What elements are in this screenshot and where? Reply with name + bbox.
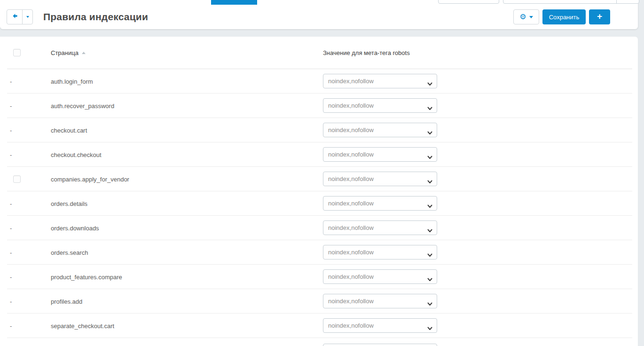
back-button-group [7,9,33,24]
row-marker: - [7,322,12,330]
sort-asc-icon [82,52,86,54]
page-header: Правила индексации ⚙ Сохранить + [0,5,638,29]
chevron-down-icon [427,79,432,88]
table-row: - checkout.checkout noindex,nofollow [7,142,632,167]
robots-select[interactable]: noindex,nofollow [323,147,437,162]
header-bar: Правила индексации ⚙ Сохранить + [0,0,638,29]
row-marker-cell: - [7,77,51,86]
row-marker: - [7,127,12,134]
save-button[interactable]: Сохранить [542,9,586,24]
robots-select-value: noindex,nofollow [328,151,374,158]
navbar-field-remnant[interactable] [438,0,499,4]
column-header-page-label: Страница [51,49,79,56]
page-dispatch: auth.login_form [51,78,93,85]
robots-select[interactable]: noindex,nofollow [323,318,437,333]
robots-select[interactable]: noindex,nofollow [323,196,437,211]
page-dispatch: checkout.checkout [51,151,102,158]
chevron-down-icon [427,251,432,259]
robots-select[interactable]: noindex,nofollow [323,123,437,137]
table-row-partial [7,338,632,346]
select-all-cell [7,49,51,56]
row-marker-cell [7,175,51,183]
chevron-down-icon [427,202,432,210]
page-dispatch: separate_checkout.cart [51,322,114,330]
page-dispatch: product_features.compare [51,274,122,281]
column-header-page[interactable]: Страница [51,49,323,56]
robots-select[interactable]: noindex,nofollow [323,245,437,260]
row-marker: - [7,78,12,85]
chevron-down-icon [427,177,432,186]
page-dispatch: profiles.add [51,298,82,305]
row-marker: - [7,102,12,110]
robots-select[interactable]: noindex,nofollow [323,220,437,235]
robots-select-value: noindex,nofollow [328,200,374,207]
row-marker-cell: - [7,224,51,232]
page-dispatch: orders.downloads [51,225,99,232]
chevron-down-icon [427,299,432,308]
column-header-robots: Значение для мета-тега robots [323,49,632,56]
table-row: - auth.login_form noindex,nofollow [7,69,632,94]
back-history-dropdown[interactable] [23,10,32,24]
page-dispatch: orders.details [51,200,87,207]
column-header-robots-label: Значение для мета-тега robots [323,49,410,56]
row-marker-cell: - [7,273,51,281]
indexing-rules-table: Страница Значение для мета-тега robots -… [7,37,632,346]
robots-select-value: noindex,nofollow [328,249,374,256]
chevron-down-icon [26,16,29,18]
row-marker: - [7,151,12,158]
robots-select-value: noindex,nofollow [328,273,374,280]
chevron-down-icon [529,16,533,18]
content-card: Страница Значение для мета-тега robots -… [0,37,638,346]
row-marker: - [7,225,12,232]
robots-select-value: noindex,nofollow [328,224,374,231]
robots-select[interactable]: noindex,nofollow [323,294,437,308]
add-rule-button[interactable]: + [589,9,610,24]
row-marker: - [7,274,12,281]
chevron-down-icon [427,153,432,161]
table-row: - auth.recover_password noindex,nofollow [7,94,632,118]
chevron-down-icon [427,226,432,235]
robots-select[interactable]: noindex,nofollow [323,74,437,88]
robots-select-value: noindex,nofollow [328,175,374,182]
select-all-checkbox[interactable] [13,49,21,56]
row-marker: - [7,249,12,256]
table-row: - orders.downloads noindex,nofollow [7,216,632,240]
row-marker-cell: - [7,297,51,306]
chevron-down-icon [427,104,432,112]
row-marker-cell: - [7,102,51,110]
page-dispatch: checkout.cart [51,127,87,134]
robots-select[interactable]: noindex,nofollow [323,172,437,186]
row-marker-cell: - [7,126,51,134]
page-title: Правила индексации [43,5,148,29]
robots-select[interactable]: noindex,nofollow [323,98,437,113]
robots-select[interactable] [323,344,437,346]
header-actions: ⚙ Сохранить + [513,9,610,24]
table-row: - orders.search noindex,nofollow [7,240,632,265]
settings-gear-button[interactable]: ⚙ [513,9,539,24]
row-checkbox[interactable] [13,175,21,183]
table-row: companies.apply_for_vendor noindex,nofol… [7,167,632,191]
gear-icon: ⚙ [519,13,526,21]
page-dispatch: orders.search [51,249,88,256]
row-marker: - [7,298,12,305]
back-arrow-icon [11,13,18,21]
row-marker-cell: - [7,150,51,159]
table-row: - profiles.add noindex,nofollow [7,289,632,314]
navbar-search-remnant[interactable] [503,0,639,4]
navbar-search-divider [616,0,617,3]
page-dispatch: auth.recover_password [51,102,114,110]
table-row: - separate_checkout.cart noindex,nofollo… [7,314,632,338]
active-nav-tab[interactable] [211,0,257,5]
robots-select-value: noindex,nofollow [328,126,374,134]
table-header-row: Страница Значение для мета-тега robots [7,37,632,69]
chevron-down-icon [427,324,432,332]
back-button[interactable] [7,10,23,24]
table-row: - product_features.compare noindex,nofol… [7,265,632,289]
robots-select-value: noindex,nofollow [328,78,374,85]
robots-select[interactable]: noindex,nofollow [323,269,437,284]
page-dispatch: companies.apply_for_vendor [51,176,129,183]
row-marker: - [7,200,12,207]
table-body: - auth.login_form noindex,nofollow - aut… [7,69,632,338]
chevron-down-icon [427,128,432,137]
chevron-down-icon [427,275,432,283]
